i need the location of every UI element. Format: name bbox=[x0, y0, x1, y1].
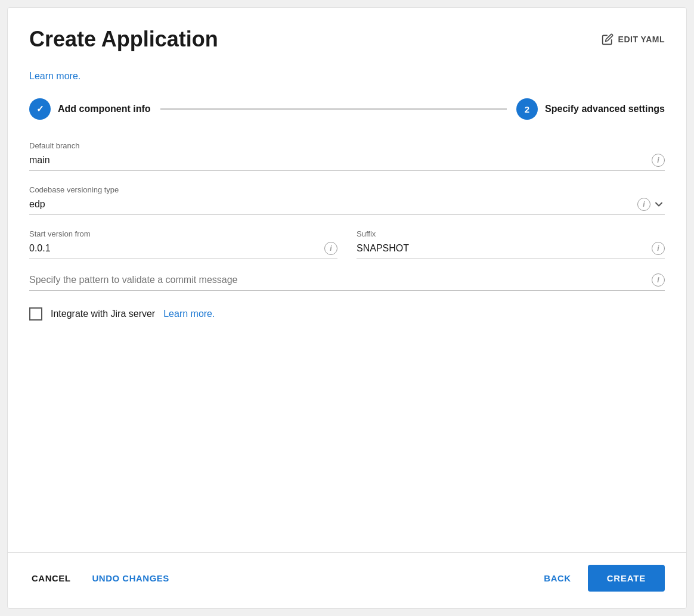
codebase-versioning-wrapper: i bbox=[29, 198, 665, 215]
default-branch-label: Default branch bbox=[29, 141, 665, 150]
jira-checkbox[interactable] bbox=[29, 307, 42, 321]
step-2-number: 2 bbox=[525, 104, 529, 114]
suffix-field: Suffix i bbox=[357, 229, 665, 259]
commit-pattern-info-icon[interactable]: i bbox=[652, 273, 665, 287]
edit-yaml-button[interactable]: EDIT YAML bbox=[602, 33, 665, 45]
back-button[interactable]: BACK bbox=[537, 568, 578, 588]
footer-left: CANCEL UNDO CHANGES bbox=[29, 568, 172, 588]
suffix-wrapper: i bbox=[357, 242, 665, 259]
step-1: ✓ Add component info bbox=[29, 98, 151, 120]
step-1-label: Add component info bbox=[58, 104, 151, 114]
start-version-field: Start version from i bbox=[29, 229, 337, 259]
codebase-versioning-dropdown-icon[interactable] bbox=[653, 198, 665, 210]
start-version-info-icon[interactable]: i bbox=[324, 242, 337, 255]
version-suffix-row: Start version from i Suffix i bbox=[29, 229, 665, 259]
step-2-label: Specify advanced settings bbox=[545, 104, 665, 114]
dialog-body: Learn more. ✓ Add component info 2 Speci… bbox=[8, 61, 686, 552]
stepper: ✓ Add component info 2 Specify advanced … bbox=[29, 98, 665, 120]
start-version-label: Start version from bbox=[29, 229, 337, 238]
cancel-button[interactable]: CANCEL bbox=[29, 568, 73, 588]
default-branch-wrapper: i bbox=[29, 154, 665, 171]
pencil-icon bbox=[602, 33, 614, 45]
codebase-versioning-label: Codebase versioning type bbox=[29, 185, 665, 194]
step-2-circle: 2 bbox=[516, 98, 538, 120]
commit-pattern-input[interactable] bbox=[29, 273, 647, 287]
codebase-versioning-input[interactable] bbox=[29, 198, 633, 211]
checkmark-icon: ✓ bbox=[36, 104, 44, 114]
suffix-label: Suffix bbox=[357, 229, 665, 238]
undo-changes-button[interactable]: UNDO CHANGES bbox=[90, 568, 172, 588]
default-branch-field: Default branch i bbox=[29, 141, 665, 171]
suffix-input[interactable] bbox=[357, 242, 647, 255]
jira-learn-more-link[interactable]: Learn more. bbox=[163, 309, 215, 319]
jira-label: Integrate with Jira server bbox=[51, 309, 155, 319]
codebase-versioning-field: Codebase versioning type i bbox=[29, 185, 665, 215]
default-branch-input[interactable] bbox=[29, 154, 647, 167]
step-1-circle: ✓ bbox=[29, 98, 51, 120]
start-version-input[interactable] bbox=[29, 242, 320, 255]
create-application-dialog: Create Application EDIT YAML Learn more.… bbox=[7, 7, 687, 609]
footer-right: BACK CREATE bbox=[537, 565, 665, 592]
suffix-info-icon[interactable]: i bbox=[652, 242, 665, 255]
commit-pattern-field: i bbox=[29, 273, 665, 291]
step-connector bbox=[160, 108, 507, 110]
codebase-versioning-info-icon[interactable]: i bbox=[637, 198, 650, 211]
default-branch-info-icon[interactable]: i bbox=[652, 154, 665, 167]
jira-integration-row: Integrate with Jira server Learn more. bbox=[29, 307, 665, 321]
edit-yaml-label: EDIT YAML bbox=[618, 35, 665, 44]
page-title: Create Application bbox=[29, 27, 218, 52]
step-2: 2 Specify advanced settings bbox=[516, 98, 665, 120]
create-button[interactable]: CREATE bbox=[588, 565, 665, 592]
dialog-footer: CANCEL UNDO CHANGES BACK CREATE bbox=[8, 552, 686, 608]
learn-more-link[interactable]: Learn more. bbox=[29, 71, 80, 82]
start-version-wrapper: i bbox=[29, 242, 337, 259]
dialog-header: Create Application EDIT YAML bbox=[8, 8, 686, 61]
